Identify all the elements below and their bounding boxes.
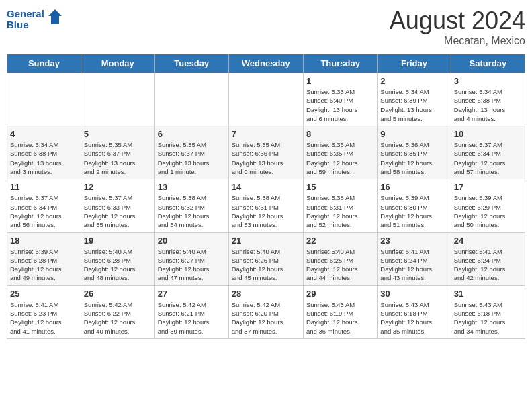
calendar-cell: [7, 73, 81, 126]
day-info: Sunrise: 5:39 AM Sunset: 6:28 PM Dayligh…: [10, 247, 78, 283]
calendar-cell: 20Sunrise: 5:40 AM Sunset: 6:27 PM Dayli…: [154, 232, 228, 285]
calendar-week-row: 4Sunrise: 5:34 AM Sunset: 6:38 PM Daylig…: [7, 126, 525, 179]
calendar-cell: 2Sunrise: 5:34 AM Sunset: 6:39 PM Daylig…: [378, 73, 451, 126]
day-info: Sunrise: 5:42 AM Sunset: 6:22 PM Dayligh…: [84, 300, 152, 336]
calendar-cell: 13Sunrise: 5:38 AM Sunset: 6:32 PM Dayli…: [154, 179, 228, 232]
calendar-week-row: 25Sunrise: 5:41 AM Sunset: 6:23 PM Dayli…: [7, 285, 525, 338]
day-number: 19: [84, 236, 152, 246]
weekday-header: Friday: [378, 54, 451, 73]
calendar-cell: 10Sunrise: 5:37 AM Sunset: 6:34 PM Dayli…: [451, 126, 525, 179]
day-info: Sunrise: 5:34 AM Sunset: 6:38 PM Dayligh…: [10, 140, 78, 176]
calendar-cell: 31Sunrise: 5:43 AM Sunset: 6:18 PM Dayli…: [451, 285, 525, 338]
day-number: 20: [158, 236, 226, 246]
calendar-cell: 25Sunrise: 5:41 AM Sunset: 6:23 PM Dayli…: [7, 285, 81, 338]
day-number: 3: [454, 76, 522, 86]
day-info: Sunrise: 5:39 AM Sunset: 6:30 PM Dayligh…: [380, 193, 447, 229]
calendar-cell: 9Sunrise: 5:36 AM Sunset: 6:35 PM Daylig…: [378, 126, 451, 179]
calendar-header-row: SundayMondayTuesdayWednesdayThursdayFrid…: [7, 54, 525, 73]
day-number: 28: [232, 289, 300, 299]
calendar-cell: 29Sunrise: 5:43 AM Sunset: 6:19 PM Dayli…: [303, 285, 377, 338]
calendar: SundayMondayTuesdayWednesdayThursdayFrid…: [7, 54, 525, 339]
day-info: Sunrise: 5:33 AM Sunset: 6:40 PM Dayligh…: [306, 87, 374, 123]
day-number: 23: [380, 236, 447, 246]
day-number: 18: [10, 236, 78, 246]
calendar-cell: 12Sunrise: 5:37 AM Sunset: 6:33 PM Dayli…: [81, 179, 154, 232]
day-info: Sunrise: 5:43 AM Sunset: 6:18 PM Dayligh…: [380, 300, 447, 336]
day-info: Sunrise: 5:41 AM Sunset: 6:23 PM Dayligh…: [10, 300, 78, 336]
day-info: Sunrise: 5:40 AM Sunset: 6:28 PM Dayligh…: [84, 247, 152, 283]
month-title: August 2024: [390, 7, 525, 35]
calendar-cell: 6Sunrise: 5:35 AM Sunset: 6:37 PM Daylig…: [154, 126, 228, 179]
weekday-header: Monday: [81, 54, 154, 73]
day-number: 25: [10, 289, 78, 299]
weekday-header: Saturday: [451, 54, 525, 73]
calendar-cell: 22Sunrise: 5:40 AM Sunset: 6:25 PM Dayli…: [303, 232, 377, 285]
day-info: Sunrise: 5:35 AM Sunset: 6:36 PM Dayligh…: [232, 140, 300, 176]
day-info: Sunrise: 5:36 AM Sunset: 6:35 PM Dayligh…: [380, 140, 447, 176]
day-number: 24: [454, 236, 522, 246]
day-number: 1: [306, 76, 374, 86]
day-number: 15: [306, 182, 374, 192]
page-header: General Blue August 2024 Mecatan, Mexico: [7, 7, 525, 47]
calendar-cell: [81, 73, 154, 126]
day-number: 26: [84, 289, 152, 299]
calendar-week-row: 1Sunrise: 5:33 AM Sunset: 6:40 PM Daylig…: [7, 73, 525, 126]
day-info: Sunrise: 5:38 AM Sunset: 6:32 PM Dayligh…: [158, 193, 226, 229]
day-info: Sunrise: 5:34 AM Sunset: 6:38 PM Dayligh…: [454, 87, 522, 123]
day-info: Sunrise: 5:40 AM Sunset: 6:27 PM Dayligh…: [158, 247, 226, 283]
day-number: 16: [380, 182, 447, 192]
day-info: Sunrise: 5:35 AM Sunset: 6:37 PM Dayligh…: [158, 140, 226, 176]
calendar-cell: [154, 73, 228, 126]
day-number: 14: [232, 182, 300, 192]
weekday-header: Thursday: [303, 54, 377, 73]
day-info: Sunrise: 5:42 AM Sunset: 6:21 PM Dayligh…: [158, 300, 226, 336]
day-info: Sunrise: 5:37 AM Sunset: 6:34 PM Dayligh…: [454, 140, 522, 176]
day-number: 4: [10, 129, 78, 139]
day-number: 17: [454, 182, 522, 192]
calendar-cell: 19Sunrise: 5:40 AM Sunset: 6:28 PM Dayli…: [81, 232, 154, 285]
location: Mecatan, Mexico: [390, 35, 525, 47]
day-number: 10: [454, 129, 522, 139]
day-number: 31: [454, 289, 522, 299]
calendar-cell: 16Sunrise: 5:39 AM Sunset: 6:30 PM Dayli…: [378, 179, 451, 232]
calendar-cell: 17Sunrise: 5:39 AM Sunset: 6:29 PM Dayli…: [451, 179, 525, 232]
day-number: 9: [380, 129, 447, 139]
logo-icon: General Blue: [7, 7, 67, 34]
calendar-cell: 8Sunrise: 5:36 AM Sunset: 6:35 PM Daylig…: [303, 126, 377, 179]
day-number: 29: [306, 289, 374, 299]
day-number: 30: [380, 289, 447, 299]
day-info: Sunrise: 5:34 AM Sunset: 6:39 PM Dayligh…: [380, 87, 447, 123]
day-number: 12: [84, 182, 152, 192]
day-info: Sunrise: 5:41 AM Sunset: 6:24 PM Dayligh…: [380, 247, 447, 283]
day-info: Sunrise: 5:38 AM Sunset: 6:31 PM Dayligh…: [232, 193, 300, 229]
day-number: 22: [306, 236, 374, 246]
day-info: Sunrise: 5:39 AM Sunset: 6:29 PM Dayligh…: [454, 193, 522, 229]
calendar-cell: 23Sunrise: 5:41 AM Sunset: 6:24 PM Dayli…: [378, 232, 451, 285]
day-info: Sunrise: 5:41 AM Sunset: 6:24 PM Dayligh…: [454, 247, 522, 283]
calendar-cell: 21Sunrise: 5:40 AM Sunset: 6:26 PM Dayli…: [228, 232, 303, 285]
day-info: Sunrise: 5:36 AM Sunset: 6:35 PM Dayligh…: [306, 140, 374, 176]
day-number: 27: [158, 289, 226, 299]
calendar-week-row: 18Sunrise: 5:39 AM Sunset: 6:28 PM Dayli…: [7, 232, 525, 285]
day-info: Sunrise: 5:35 AM Sunset: 6:37 PM Dayligh…: [84, 140, 152, 176]
calendar-cell: 14Sunrise: 5:38 AM Sunset: 6:31 PM Dayli…: [228, 179, 303, 232]
day-info: Sunrise: 5:43 AM Sunset: 6:18 PM Dayligh…: [454, 300, 522, 336]
day-number: 21: [232, 236, 300, 246]
day-info: Sunrise: 5:40 AM Sunset: 6:25 PM Dayligh…: [306, 247, 374, 283]
weekday-header: Wednesday: [228, 54, 303, 73]
day-info: Sunrise: 5:42 AM Sunset: 6:20 PM Dayligh…: [232, 300, 300, 336]
calendar-cell: 15Sunrise: 5:38 AM Sunset: 6:31 PM Dayli…: [303, 179, 377, 232]
calendar-cell: 11Sunrise: 5:37 AM Sunset: 6:34 PM Dayli…: [7, 179, 81, 232]
title-block: August 2024 Mecatan, Mexico: [390, 7, 525, 47]
calendar-cell: 5Sunrise: 5:35 AM Sunset: 6:37 PM Daylig…: [81, 126, 154, 179]
calendar-cell: 24Sunrise: 5:41 AM Sunset: 6:24 PM Dayli…: [451, 232, 525, 285]
calendar-cell: 1Sunrise: 5:33 AM Sunset: 6:40 PM Daylig…: [303, 73, 377, 126]
calendar-cell: [228, 73, 303, 126]
calendar-cell: 27Sunrise: 5:42 AM Sunset: 6:21 PM Dayli…: [154, 285, 228, 338]
day-info: Sunrise: 5:40 AM Sunset: 6:26 PM Dayligh…: [232, 247, 300, 283]
day-number: 13: [158, 182, 226, 192]
day-number: 2: [380, 76, 447, 86]
day-number: 5: [84, 129, 152, 139]
weekday-header: Sunday: [7, 54, 81, 73]
logo: General Blue: [7, 7, 67, 34]
